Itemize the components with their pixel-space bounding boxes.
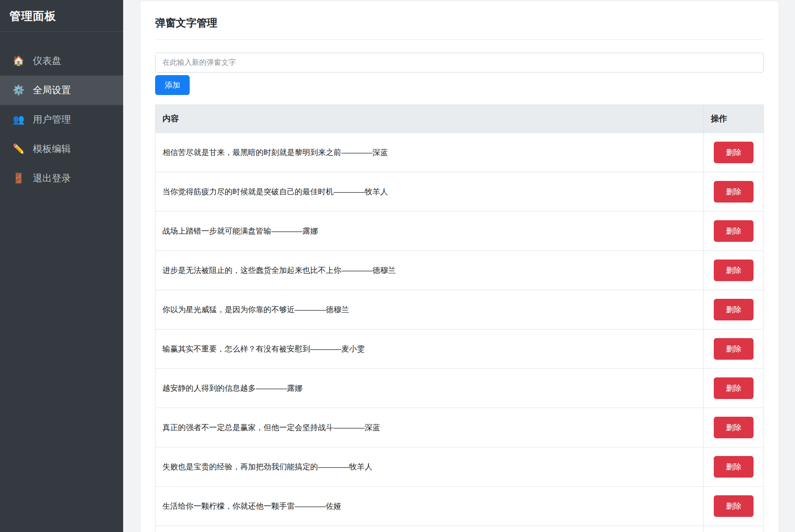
sidebar-item-logout[interactable]: 🚪 退出登录 bbox=[0, 164, 123, 193]
popup-text-cell: 生活给你一颗柠檬，你就还他一颗手雷————佐娅 bbox=[156, 487, 704, 526]
action-cell: 删除 bbox=[704, 329, 764, 369]
action-cell: 删除 bbox=[704, 251, 764, 290]
content-column-header: 内容 bbox=[156, 105, 704, 133]
delete-button[interactable]: 删除 bbox=[714, 417, 754, 438]
action-cell: 删除 bbox=[704, 212, 764, 251]
table-row: 相信苦尽就是甘来，最黑暗的时刻就是黎明到来之前————深蓝 删除 bbox=[156, 133, 764, 172]
home-icon: 🏠 bbox=[12, 55, 25, 66]
new-popup-text-input[interactable] bbox=[155, 53, 764, 73]
action-cell: 删除 bbox=[704, 526, 764, 532]
delete-button[interactable]: 删除 bbox=[714, 220, 754, 242]
title-divider bbox=[155, 39, 764, 40]
popup-text-management-card: 弹窗文字管理 添加 内容 操作 相信苦尽就是甘来，最黑暗的时刻就是黎明到来之前—… bbox=[140, 1, 779, 532]
popup-text-cell: 进步是无法被阻止的，这些蠢货全加起来也比不上你————德穆兰 bbox=[156, 251, 704, 290]
sidebar-item-label: 模板编辑 bbox=[33, 142, 71, 155]
table-row: 生活给你一颗柠檬，你就还他一颗手雷————佐娅 删除 bbox=[156, 487, 764, 526]
table-row: 你以为星光威猛，是因为你靠的不够近————德穆兰 删除 bbox=[156, 290, 764, 329]
delete-button[interactable]: 删除 bbox=[714, 338, 754, 360]
page-title: 弹窗文字管理 bbox=[155, 16, 764, 30]
popup-text-cell: 相信苦尽就是甘来，最黑暗的时刻就是黎明到来之前————深蓝 bbox=[156, 133, 704, 172]
popup-text-cell: 失败也是宝贵的经验，再加把劲我们能搞定的————牧羊人 bbox=[156, 447, 704, 487]
delete-button[interactable]: 删除 bbox=[714, 456, 754, 478]
delete-button[interactable]: 删除 bbox=[714, 377, 754, 399]
app-title: 管理面板 bbox=[0, 0, 123, 32]
popup-text-cell: 战场上踏错一步就可能满盘皆输————露娜 bbox=[156, 212, 704, 251]
table-header-row: 内容 操作 bbox=[156, 105, 764, 133]
popup-text-cell: 输赢其实不重要，怎么样？有没有被安慰到————麦小雯 bbox=[156, 329, 704, 369]
action-cell: 删除 bbox=[704, 133, 764, 172]
popup-text-cell: 你以为星光威猛，是因为你靠的不够近————德穆兰 bbox=[156, 290, 704, 329]
popup-text-table: 内容 操作 相信苦尽就是甘来，最黑暗的时刻就是黎明到来之前————深蓝 删除 当… bbox=[155, 104, 764, 532]
sidebar-item-label: 全局设置 bbox=[33, 84, 71, 97]
sidebar: 管理面板 🏠 仪表盘 ⚙️ 全局设置 👥 用户管理 ✏️ 模板编辑 🚪 退出登录 bbox=[0, 0, 123, 532]
sidebar-item-label: 仪表盘 bbox=[33, 54, 61, 67]
sidebar-item-dashboard[interactable]: 🏠 仪表盘 bbox=[0, 46, 123, 76]
sidebar-item-global-settings[interactable]: ⚙️ 全局设置 bbox=[0, 76, 123, 105]
action-cell: 删除 bbox=[704, 447, 764, 487]
action-column-header: 操作 bbox=[704, 105, 764, 133]
main-content: 弹窗文字管理 添加 内容 操作 相信苦尽就是甘来，最黑暗的时刻就是黎明到来之前—… bbox=[123, 1, 795, 532]
action-cell: 删除 bbox=[704, 487, 764, 526]
users-icon: 👥 bbox=[12, 114, 25, 125]
table-row: 当你觉得筋疲力尽的时候就是突破自己的最佳时机————牧羊人 删除 bbox=[156, 172, 764, 212]
delete-button[interactable]: 删除 bbox=[714, 299, 754, 320]
sidebar-item-label: 退出登录 bbox=[33, 172, 71, 185]
action-cell: 删除 bbox=[704, 290, 764, 329]
action-cell: 删除 bbox=[704, 408, 764, 447]
popup-text-cell: 环境真的能影响一个人，我就是例子————蜂医 bbox=[156, 526, 704, 532]
sidebar-nav: 🏠 仪表盘 ⚙️ 全局设置 👥 用户管理 ✏️ 模板编辑 🚪 退出登录 bbox=[0, 46, 123, 193]
table-row: 真正的强者不一定总是赢家，但他一定会坚持战斗————深蓝 删除 bbox=[156, 408, 764, 447]
table-row: 失败也是宝贵的经验，再加把劲我们能搞定的————牧羊人 删除 bbox=[156, 447, 764, 487]
door-icon: 🚪 bbox=[12, 173, 25, 184]
delete-button[interactable]: 删除 bbox=[714, 495, 754, 517]
action-cell: 删除 bbox=[704, 172, 764, 212]
popup-text-cell: 越安静的人得到的信息越多————露娜 bbox=[156, 369, 704, 408]
sidebar-item-label: 用户管理 bbox=[33, 113, 71, 126]
table-row: 越安静的人得到的信息越多————露娜 删除 bbox=[156, 369, 764, 408]
delete-button[interactable]: 删除 bbox=[714, 142, 754, 163]
delete-button[interactable]: 删除 bbox=[714, 260, 754, 281]
table-row: 战场上踏错一步就可能满盘皆输————露娜 删除 bbox=[156, 212, 764, 251]
sidebar-item-user-management[interactable]: 👥 用户管理 bbox=[0, 105, 123, 134]
table-row: 进步是无法被阻止的，这些蠢货全加起来也比不上你————德穆兰 删除 bbox=[156, 251, 764, 290]
table-row: 输赢其实不重要，怎么样？有没有被安慰到————麦小雯 删除 bbox=[156, 329, 764, 369]
popup-text-cell: 真正的强者不一定总是赢家，但他一定会坚持战斗————深蓝 bbox=[156, 408, 704, 447]
add-button[interactable]: 添加 bbox=[155, 75, 190, 95]
popup-text-cell: 当你觉得筋疲力尽的时候就是突破自己的最佳时机————牧羊人 bbox=[156, 172, 704, 212]
pencil-icon: ✏️ bbox=[12, 143, 25, 155]
delete-button[interactable]: 删除 bbox=[714, 181, 754, 203]
table-row: 环境真的能影响一个人，我就是例子————蜂医 删除 bbox=[156, 526, 764, 532]
sidebar-item-template-edit[interactable]: ✏️ 模板编辑 bbox=[0, 134, 123, 164]
action-cell: 删除 bbox=[704, 369, 764, 408]
gear-icon: ⚙️ bbox=[12, 85, 25, 96]
